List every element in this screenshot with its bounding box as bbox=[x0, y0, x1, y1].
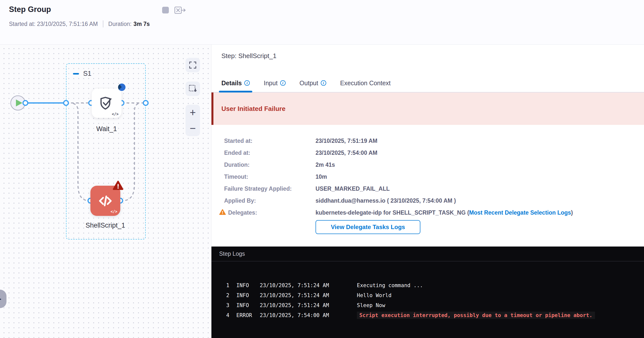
tab-bar: Details i Input i Output i Execution Con… bbox=[212, 74, 644, 93]
zoom-in-button[interactable]: + bbox=[186, 105, 200, 120]
tab-execution-context[interactable]: Execution Context bbox=[340, 74, 391, 92]
info-icon[interactable]: i bbox=[244, 80, 250, 86]
node-wait-label: Wait_1 bbox=[83, 125, 130, 133]
info-icon[interactable]: i bbox=[321, 80, 326, 86]
started-at-label: Started at: bbox=[9, 21, 35, 28]
node-shellscript-label: ShellScript_1 bbox=[82, 222, 129, 229]
detail-row: Failure Strategy Applied: USER_MARKED_FA… bbox=[224, 183, 634, 195]
failure-banner: User Initiated Failure bbox=[212, 93, 644, 125]
edge-to-shellscript-in bbox=[73, 103, 90, 201]
fullscreen-icon bbox=[189, 61, 197, 69]
pipeline-canvas[interactable]: S1 bbox=[0, 45, 211, 338]
running-spinner-badge bbox=[118, 84, 126, 91]
connector-port[interactable] bbox=[64, 101, 68, 105]
marquee-select-icon bbox=[188, 85, 197, 93]
step-title: Step: ShellScript_1 bbox=[222, 52, 276, 60]
log-line: 1 INFO 23/10/2025, 7:51:24 AM Executing … bbox=[212, 280, 644, 290]
log-line: 2 INFO 23/10/2025, 7:51:24 AM Hello Worl… bbox=[212, 290, 644, 300]
execution-meta: Started at: 23/10/2025, 7:51:16 AM Durat… bbox=[9, 21, 150, 28]
tab-details[interactable]: Details i bbox=[222, 74, 250, 92]
failure-banner-text: User Initiated Failure bbox=[222, 105, 286, 113]
zoom-out-button[interactable]: − bbox=[186, 120, 200, 136]
page-title: Step Group bbox=[9, 5, 51, 14]
tab-input[interactable]: Input i bbox=[264, 74, 286, 92]
stop-icon[interactable] bbox=[162, 7, 169, 14]
delegate-selection-logs-link[interactable]: Most Recent Delegate Selection Logs bbox=[469, 209, 571, 216]
log-output: 1 INFO 23/10/2025, 7:51:24 AM Executing … bbox=[212, 261, 644, 320]
log-line-error: 4 ERROR 23/10/2025, 7:54:00 AM Script ex… bbox=[212, 310, 644, 320]
code-glyph: </> bbox=[110, 209, 117, 214]
step-details-panel: Step: ShellScript_1 Details i Input i Ou… bbox=[212, 45, 644, 246]
detail-row: Duration: 2m 41s bbox=[224, 159, 634, 171]
tab-output[interactable]: Output i bbox=[300, 74, 326, 92]
started-at-value: 23/10/2025, 7:51:16 AM bbox=[37, 21, 98, 28]
node-wait-1[interactable]: </> bbox=[92, 89, 122, 118]
log-line: 3 INFO 23/10/2025, 7:51:24 AM Sleep Now bbox=[212, 300, 644, 310]
shield-check-icon bbox=[99, 96, 114, 111]
meta-divider bbox=[103, 21, 103, 28]
warning-icon bbox=[219, 209, 226, 217]
connector-port[interactable] bbox=[23, 101, 28, 105]
step-group-execution-view: Step Group Started at: 23/10/2025, 7:51:… bbox=[0, 0, 644, 338]
duration-value: 3m 7s bbox=[134, 21, 150, 28]
chevron-right-icon: ▸ bbox=[0, 296, 2, 302]
info-icon[interactable]: i bbox=[280, 80, 286, 86]
detail-row: Applied By: siddhant.dua@harness.io ( 23… bbox=[224, 195, 634, 207]
detail-row: Timeout: 10m bbox=[224, 171, 634, 183]
code-glyph: </> bbox=[112, 112, 118, 116]
detail-row: Started at: 23/10/2025, 7:51:19 AM bbox=[224, 135, 634, 147]
step-details-list: Started at: 23/10/2025, 7:51:19 AM Ended… bbox=[224, 135, 634, 219]
marquee-select-button[interactable] bbox=[186, 82, 200, 96]
shell-script-icon bbox=[97, 193, 114, 209]
step-logs-header: Step Logs bbox=[212, 246, 644, 261]
view-delegate-tasks-logs-button[interactable]: View Delegate Tasks Logs bbox=[316, 220, 420, 234]
detail-row: Ended at: 23/10/2025, 7:54:00 AM bbox=[224, 147, 634, 159]
duration-label: Duration: bbox=[108, 21, 132, 28]
zoom-controls: + − bbox=[186, 105, 200, 136]
page-header: Step Group Started at: 23/10/2025, 7:51:… bbox=[0, 0, 644, 45]
failure-badge-icon bbox=[112, 180, 124, 192]
detail-row-delegates: Delegates: kubernetes-delegate-idp for S… bbox=[224, 207, 634, 219]
step-logs-console[interactable]: Step Logs 1 INFO 23/10/2025, 7:51:24 AM … bbox=[212, 246, 644, 338]
abort-icon[interactable] bbox=[174, 6, 186, 16]
connector-port[interactable] bbox=[144, 101, 148, 105]
fullscreen-button[interactable] bbox=[186, 58, 200, 72]
step-logs-title: Step Logs bbox=[219, 250, 245, 257]
